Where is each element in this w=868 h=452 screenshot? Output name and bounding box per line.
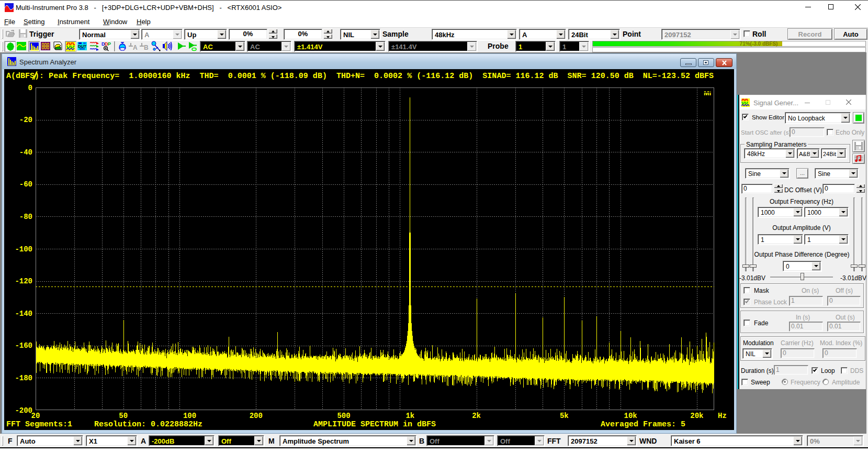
svg-text:50: 50 [119,412,128,420]
svg-text:-80: -80 [19,213,32,221]
svg-text:-140: -140 [15,310,32,318]
svg-text:2k: 2k [472,412,481,420]
svg-text:-120: -120 [15,277,32,285]
svg-text:Hz: Hz [718,412,727,420]
svg-text:-180: -180 [15,374,32,382]
svg-text:200: 200 [250,412,263,420]
svg-text:000: 000 [80,47,85,50]
svg-text:20k: 20k [690,412,703,420]
svg-text:B: B [144,44,149,51]
svg-text:Averaged Frames: 5: Averaged Frames: 5 [601,420,685,429]
svg-text:-60: -60 [19,180,32,189]
svg-text:0: 0 [28,84,32,92]
svg-text:-160: -160 [15,341,32,350]
svg-text:A: A [133,44,138,51]
svg-text:FFT Segments:1: FFT Segments:1 [6,420,72,429]
svg-text:100: 100 [183,412,196,420]
svg-text:-100: -100 [15,245,32,253]
svg-text:20: 20 [31,412,40,420]
svg-text:-40: -40 [19,148,32,157]
svg-text:AMPLITUDE SPECTRUM in dBFS: AMPLITUDE SPECTRUM in dBFS [313,420,436,429]
svg-text:10k: 10k [624,412,637,420]
svg-text:Mi: Mi [704,89,711,97]
svg-text:-20: -20 [19,116,32,124]
svg-text:P: P [108,41,111,47]
svg-text:500: 500 [337,412,350,420]
svg-text:1k: 1k [405,412,414,420]
svg-text:A(dBFS): Peak Frequency= 1.00: A(dBFS): Peak Frequency= 1.0000160 kHz T… [6,72,714,81]
svg-text:Resolution: 0.0228882Hz: Resolution: 0.0228882Hz [94,420,202,429]
svg-text:5k: 5k [560,412,569,420]
svg-text:-200: -200 [15,406,32,415]
